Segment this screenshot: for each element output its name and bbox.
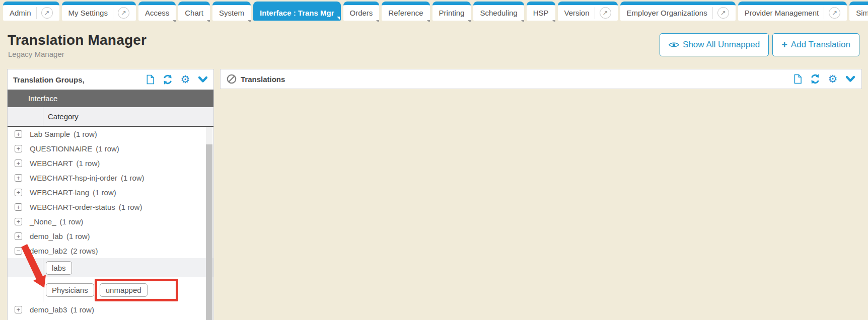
expand-icon[interactable]: + [15, 203, 22, 211]
tab-system[interactable]: System [212, 2, 251, 21]
row-count: (2 rows) [70, 247, 98, 255]
expand-icon[interactable]: + [15, 145, 22, 152]
category-subheader-row: Category [8, 107, 213, 127]
panel-title: Translation Groups, [13, 75, 85, 84]
expand-icon[interactable]: + [15, 189, 22, 196]
tab-provider-management[interactable]: Provider Management ↗ [738, 2, 847, 21]
tab-divider [36, 7, 37, 19]
tab-label: My Settings [68, 9, 108, 17]
page-subtitle: Legacy Manager [8, 50, 64, 58]
expand-icon[interactable]: + [15, 159, 22, 167]
chevron-down-icon[interactable] [198, 74, 208, 85]
tab-hsp[interactable]: HSP [527, 2, 555, 21]
group-row-lab-sample[interactable]: + Lab Sample (1 row) [8, 127, 213, 141]
group-row-demo-lab[interactable]: + demo_lab (1 row) [8, 229, 213, 244]
tab-employer-organizations[interactable]: Employer Organizations ↗ [620, 2, 736, 21]
tab-printing[interactable]: Printing [432, 2, 471, 21]
dropdown-fold-icon [207, 20, 210, 22]
row-count: (1 row) [96, 144, 119, 153]
tab-label: Provider Management [745, 9, 819, 17]
tab-chart[interactable]: Chart [178, 2, 210, 21]
tab-divider [712, 7, 713, 19]
expand-icon[interactable]: + [15, 232, 22, 240]
category-row-physicians[interactable]: Physicians unmapped [8, 277, 213, 302]
panel-toolbar: ⚙ [792, 74, 855, 84]
external-link-icon[interactable]: ↗ [717, 7, 729, 19]
translation-groups-header: Translation Groups, ⚙ [8, 69, 213, 90]
dropdown-fold-icon [173, 20, 176, 22]
group-row-webchart-order-status[interactable]: + WEBCHART-order-status (1 row) [8, 200, 213, 214]
settings-gear-icon[interactable]: ⚙ [180, 74, 190, 85]
tab-scheduling[interactable]: Scheduling [473, 2, 524, 21]
translation-groups-list: + Lab Sample (1 row) + QUESTIONNAIRE (1 … [8, 127, 213, 317]
group-row-demo-lab3[interactable]: + demo_lab3 (1 row) [8, 302, 213, 317]
tab-label: Employer Organizations [627, 9, 707, 17]
group-row-webchart-lang[interactable]: + WEBCHART-lang (1 row) [8, 185, 213, 200]
translations-panel: Translations ⚙ [220, 69, 862, 89]
interface-column-header: Interface [8, 90, 213, 107]
collapse-icon[interactable]: − [15, 247, 22, 255]
panel-toolbar: ⚙ [145, 74, 208, 85]
tab-orders[interactable]: Orders [343, 2, 380, 21]
group-row-webchart-hsp-inj-order[interactable]: + WEBCHART-hsp-inj-order (1 row) [8, 171, 213, 185]
eye-icon [669, 41, 679, 48]
vertical-scrollbar[interactable] [206, 127, 212, 320]
group-row-webchart[interactable]: + WEBCHART (1 row) [8, 156, 213, 171]
dropdown-fold-icon [521, 20, 524, 22]
external-link-icon[interactable]: ↗ [41, 7, 53, 19]
category-row-labs[interactable]: labs [8, 258, 213, 277]
tab-label: Reference [388, 9, 423, 17]
row-count: (1 row) [121, 174, 144, 182]
show-all-unmapped-button[interactable]: Show All Unmapped [660, 33, 769, 56]
tab-label: Scheduling [480, 9, 517, 17]
new-document-icon[interactable] [792, 74, 803, 84]
expand-icon[interactable]: + [15, 130, 22, 138]
dropdown-fold-icon [552, 20, 555, 22]
expand-icon[interactable]: + [15, 218, 22, 225]
unmapped-value-chip[interactable]: unmapped [100, 283, 148, 297]
expander-column-spacer [8, 107, 43, 126]
row-count: (1 row) [77, 159, 100, 168]
page-title: Translation Manager [8, 32, 147, 48]
row-count: (1 row) [93, 188, 116, 197]
tab-divider [113, 7, 113, 19]
scrollbar-thumb[interactable] [206, 144, 212, 320]
expand-icon[interactable]: + [15, 306, 22, 313]
tab-label: HSP [533, 9, 549, 17]
group-row-questionnaire[interactable]: + QUESTIONNAIRE (1 row) [8, 141, 213, 156]
group-row-none[interactable]: + _None_ (1 row) [8, 214, 213, 229]
external-link-icon[interactable]: ↗ [829, 7, 840, 19]
panel-title: Translations [241, 75, 285, 84]
refresh-icon[interactable] [810, 74, 820, 84]
dropdown-fold-icon [468, 20, 471, 22]
tab-interface-trans-mgr[interactable]: Interface : Trans Mgr [253, 2, 341, 21]
header-actions: Show All Unmapped + Add Translation [660, 33, 859, 56]
tab-label: Orders [350, 9, 373, 17]
button-label: Add Translation [791, 40, 850, 50]
button-label: Show All Unmapped [683, 40, 760, 50]
group-row-demo-lab2[interactable]: − demo_lab2 (2 rows) [8, 244, 213, 258]
new-document-icon[interactable] [145, 74, 155, 85]
chevron-down-icon[interactable] [845, 74, 855, 84]
row-count: (1 row) [60, 217, 84, 226]
category-chip[interactable]: Physicians [46, 283, 94, 297]
tab-admin[interactable]: Admin ↗ [3, 2, 59, 21]
add-translation-button[interactable]: + Add Translation [772, 33, 859, 56]
translation-manager-page: Admin ↗ My Settings ↗ Access Chart Syste… [0, 0, 868, 320]
tab-similar-exposure-groups[interactable]: Similar Exposure Groups (SEGs) [849, 2, 868, 21]
category-chip[interactable]: labs [46, 261, 72, 275]
settings-gear-icon[interactable]: ⚙ [828, 74, 838, 84]
tab-divider [595, 7, 595, 19]
external-link-icon[interactable]: ↗ [118, 7, 129, 19]
tab-my-settings[interactable]: My Settings ↗ [62, 2, 136, 21]
tab-label: Printing [439, 9, 465, 17]
tab-version[interactable]: Version ↗ [558, 2, 618, 21]
external-link-icon[interactable]: ↗ [600, 7, 611, 19]
refresh-icon[interactable] [163, 74, 173, 85]
expand-icon[interactable]: + [15, 174, 22, 182]
dropdown-fold-icon [427, 20, 430, 22]
tab-access[interactable]: Access [138, 2, 176, 21]
category-column-header: Category [48, 112, 79, 121]
tab-label: Interface : Trans Mgr [260, 9, 334, 17]
tab-reference[interactable]: Reference [382, 2, 429, 21]
